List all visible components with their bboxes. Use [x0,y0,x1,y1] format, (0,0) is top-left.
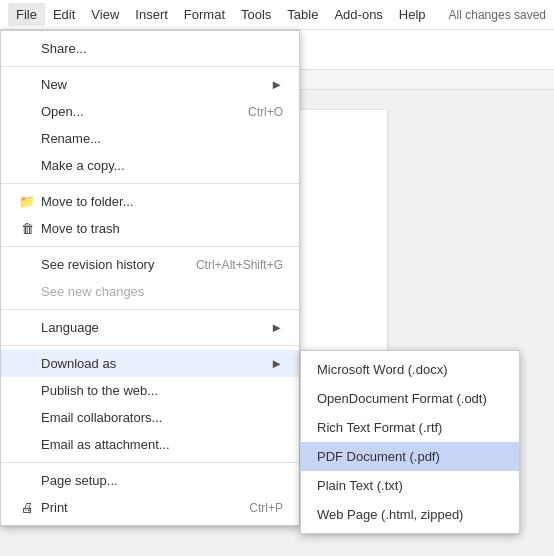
file-menu-dropdown: Share... New ► Open... Ctrl+O Rename... … [0,30,300,526]
menu-email-collaborators[interactable]: Email collaborators... [1,404,299,431]
menu-revision-history[interactable]: See revision history Ctrl+Alt+Shift+G [1,251,299,278]
divider-3 [1,246,299,247]
print-icon: 🖨 [17,500,37,515]
save-status: All changes saved [449,8,546,22]
menu-table[interactable]: Table [279,3,326,26]
menu-move-folder[interactable]: 📁 Move to folder... [1,188,299,215]
trash-icon: 🗑 [17,221,37,236]
divider-2 [1,183,299,184]
menu-new[interactable]: New ► [1,71,299,98]
download-docx[interactable]: Microsoft Word (.docx) [301,355,519,384]
menu-tools[interactable]: Tools [233,3,279,26]
menu-share[interactable]: Share... [1,35,299,62]
menu-open[interactable]: Open... Ctrl+O [1,98,299,125]
download-rtf[interactable]: Rich Text Format (.rtf) [301,413,519,442]
menu-print[interactable]: 🖨 Print Ctrl+P [1,494,299,521]
menu-view[interactable]: View [83,3,127,26]
language-arrow: ► [270,320,283,335]
menu-insert[interactable]: Insert [127,3,176,26]
menu-bar: File Edit View Insert Format Tools Table… [0,0,554,30]
menu-email-attachment[interactable]: Email as attachment... [1,431,299,458]
divider-4 [1,309,299,310]
download-txt[interactable]: Plain Text (.txt) [301,471,519,500]
menu-language[interactable]: Language ► [1,314,299,341]
new-arrow: ► [270,77,283,92]
menu-edit[interactable]: Edit [45,3,83,26]
divider-5 [1,345,299,346]
divider-6 [1,462,299,463]
menu-rename[interactable]: Rename... [1,125,299,152]
divider-1 [1,66,299,67]
menu-page-setup[interactable]: Page setup... [1,467,299,494]
menu-addons[interactable]: Add-ons [326,3,390,26]
download-odt[interactable]: OpenDocument Format (.odt) [301,384,519,413]
folder-icon: 📁 [17,194,37,209]
download-pdf[interactable]: PDF Document (.pdf) [301,442,519,471]
menu-new-changes: See new changes [1,278,299,305]
menu-make-copy[interactable]: Make a copy... [1,152,299,179]
menu-download-as[interactable]: Download as ► Microsoft Word (.docx) Ope… [1,350,299,377]
menu-help[interactable]: Help [391,3,434,26]
download-html[interactable]: Web Page (.html, zipped) [301,500,519,529]
menu-move-trash[interactable]: 🗑 Move to trash [1,215,299,242]
menu-format[interactable]: Format [176,3,233,26]
menu-file[interactable]: File [8,3,45,26]
download-submenu: Microsoft Word (.docx) OpenDocument Form… [300,350,520,534]
download-arrow: ► [270,356,283,371]
menu-publish-web[interactable]: Publish to the web... [1,377,299,404]
